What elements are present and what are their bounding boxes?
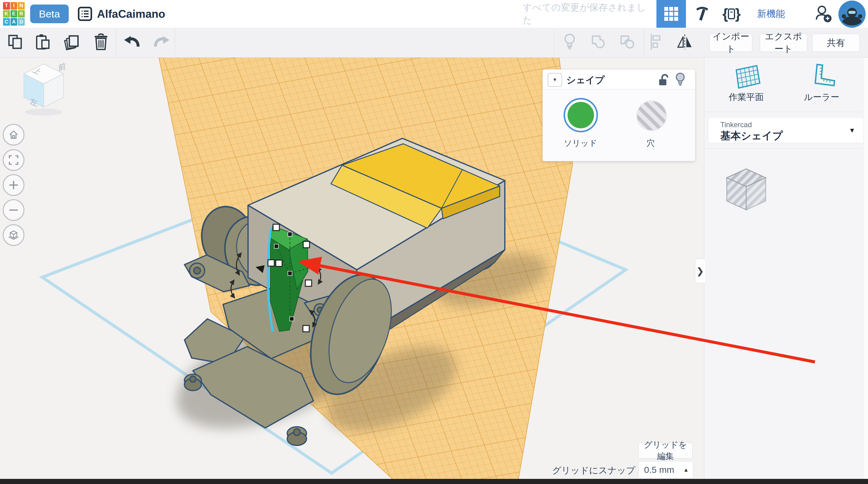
perspective-toggle-button[interactable]	[3, 224, 24, 246]
workplane-tool[interactable]	[732, 63, 761, 90]
align-button[interactable]	[647, 32, 666, 52]
snap-grid-value: 0.5 mm	[644, 465, 674, 475]
ungroup-button[interactable]	[618, 32, 638, 52]
ungroup-icon	[619, 33, 636, 50]
solid-color-circle	[567, 102, 594, 128]
toolbar-divider	[554, 30, 554, 55]
striped-box-icon	[721, 163, 772, 214]
home-view-button[interactable]	[3, 124, 24, 146]
solid-label: ソリッド	[550, 138, 611, 149]
lightbulb-icon	[563, 33, 576, 51]
caret-up-icon: ▲	[683, 467, 689, 473]
duplicate-icon	[64, 33, 80, 51]
shape-panel-collapse-button[interactable]: ▼	[548, 73, 562, 87]
save-status-text: すべての変更が保存されました	[523, 0, 652, 28]
sidebar-scrollbar[interactable]	[863, 57, 868, 479]
toolbar-divider	[116, 30, 116, 55]
shape-inspector-panel: ▼ シェイプ ソリッド 穴	[542, 69, 695, 161]
tinkercad-logo-icon[interactable]: TIN KER CAD	[3, 2, 25, 26]
design-title[interactable]: AlfaCaimano	[97, 8, 165, 21]
plus-icon	[8, 180, 19, 190]
share-button[interactable]: 共有	[812, 34, 860, 52]
snap-to-grid-label: グリッドにスナップ	[533, 463, 635, 478]
code-blocks-icon: { }	[722, 5, 741, 22]
align-icon	[649, 33, 664, 50]
avatar[interactable]	[838, 1, 866, 28]
view-cube[interactable]: 上 左 前	[12, 60, 82, 121]
app-header: TIN KER CAD Beta AlfaCaimano すべての変更が保存され…	[0, 0, 868, 28]
shape-panel-title: シェイプ	[566, 74, 604, 87]
hole-striped-circle	[636, 100, 667, 131]
minecraft-export-button[interactable]	[690, 0, 714, 28]
library-brand: Tinkercad	[720, 121, 752, 129]
toolbar-divider	[644, 30, 644, 55]
mirror-button[interactable]	[675, 32, 695, 52]
export-button[interactable]: エクスポート	[760, 34, 807, 52]
pickaxe-icon	[694, 5, 711, 22]
design-menu-icon[interactable]	[78, 7, 92, 21]
zoom-out-button[interactable]	[3, 199, 24, 221]
mirror-flip-icon	[677, 33, 693, 50]
shape-library-sidebar: ❯ 作業平面 ルーラー Tinkercad 基本シェイプ ▼	[704, 57, 868, 479]
delete-button[interactable]	[91, 32, 111, 52]
blocks-view-button[interactable]	[656, 0, 686, 28]
ruler-tool[interactable]	[808, 62, 836, 90]
beta-badge: Beta	[30, 4, 69, 23]
copy-button[interactable]	[5, 32, 25, 52]
paste-button[interactable]	[33, 32, 53, 52]
view-cube-front-label[interactable]: 前	[58, 61, 66, 72]
bottom-edge-bar	[0, 479, 868, 484]
codeblocks-button[interactable]: { }	[718, 0, 744, 28]
new-features-link[interactable]: 新機能	[757, 0, 785, 28]
redo-button[interactable]	[152, 32, 172, 52]
ruler-label: ルーラー	[782, 91, 861, 103]
hole-label: 穴	[621, 138, 681, 149]
duplicate-button[interactable]	[62, 32, 82, 52]
person-add-icon	[815, 4, 833, 23]
redo-icon	[154, 34, 170, 50]
caret-down-icon: ▼	[849, 127, 855, 134]
undo-icon	[124, 34, 140, 50]
visibility-bulb-icon[interactable]	[675, 72, 686, 87]
library-name: 基本シェイプ	[720, 129, 783, 143]
zoom-in-button[interactable]	[3, 174, 24, 196]
copy-icon	[7, 33, 24, 50]
fit-view-button[interactable]	[3, 149, 24, 171]
invite-button[interactable]	[811, 0, 837, 28]
group-button[interactable]	[588, 32, 608, 52]
unlock-icon[interactable]	[658, 74, 670, 87]
chevron-right-icon: ❯	[696, 266, 704, 276]
robot-avatar-icon	[838, 1, 866, 28]
snap-grid-select[interactable]: 0.5 mm ▲	[638, 461, 693, 479]
undo-button[interactable]	[122, 32, 142, 52]
minus-icon	[8, 205, 19, 215]
home-icon	[8, 129, 19, 140]
group-icon	[590, 33, 607, 50]
svg-text:}: }	[735, 6, 741, 22]
sidebar-collapse-button[interactable]: ❯	[695, 259, 705, 283]
workplane-label: 作業平面	[707, 91, 785, 103]
grid-icon	[664, 7, 678, 21]
library-selector[interactable]: Tinkercad 基本シェイプ ▼	[708, 117, 864, 143]
helper-tools-section: 作業平面 ルーラー	[704, 57, 868, 112]
perspective-icon	[7, 229, 20, 241]
shape-panel-header: ▼ シェイプ	[543, 70, 695, 89]
import-button[interactable]: インポート	[710, 34, 752, 52]
show-all-button[interactable]	[560, 32, 580, 52]
caret-down-icon: ▼	[553, 77, 557, 83]
fit-view-icon	[8, 155, 19, 165]
edit-toolbar: インポート エクスポート 共有	[0, 28, 868, 58]
divider	[704, 148, 868, 149]
edit-grid-button[interactable]: グリッドを編集	[638, 443, 692, 458]
svg-text:{: {	[722, 6, 728, 22]
trash-icon	[93, 33, 109, 51]
toolbar-divider	[175, 30, 175, 55]
paste-icon	[34, 33, 51, 50]
